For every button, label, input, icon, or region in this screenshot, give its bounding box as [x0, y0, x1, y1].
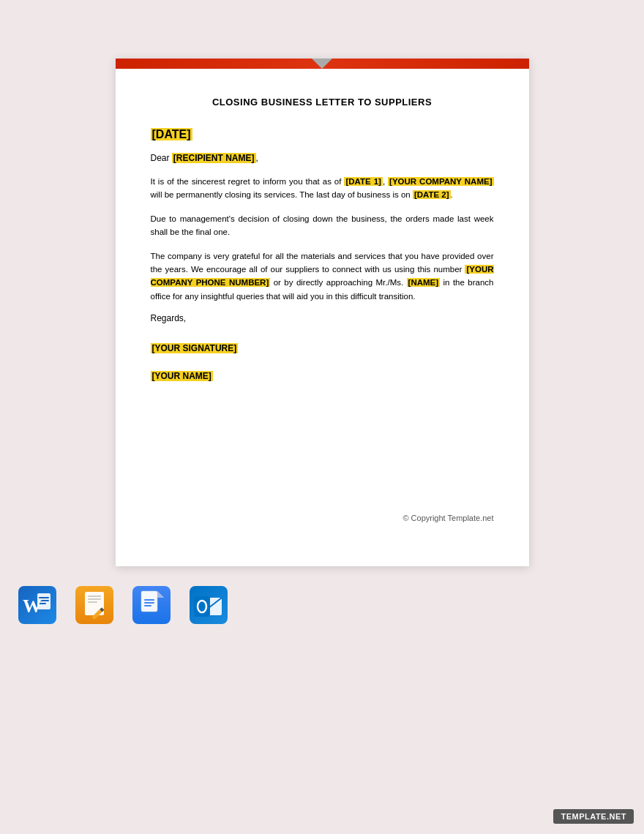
- date-placeholder: [DATE]: [151, 128, 192, 140]
- company-name-placeholder: [YOUR COMPANY NAME]: [388, 177, 493, 186]
- date1-placeholder: [DATE 1]: [344, 177, 382, 186]
- svg-rect-8: [88, 596, 101, 597]
- recipient-placeholder: [RECIPIENT NAME]: [172, 153, 256, 163]
- svg-rect-10: [88, 601, 97, 603]
- svg-rect-9: [88, 598, 101, 600]
- page-wrapper: CLOSING BUSINESS LETTER TO SUPPLIERS [DA…: [0, 0, 644, 657]
- signature-placeholder: [YOUR SIGNATURE]: [151, 343, 239, 353]
- name-placeholder-2: [YOUR NAME]: [151, 371, 213, 381]
- date-line: [DATE]: [151, 128, 494, 141]
- copyright-footer: © Copyright Template.net: [151, 514, 494, 522]
- svg-rect-20: [144, 605, 151, 606]
- paragraph-1: It is of the sincerest regret to inform …: [151, 175, 494, 202]
- date2-placeholder: [DATE 2]: [413, 190, 451, 199]
- word-icon[interactable]: W: [15, 582, 60, 628]
- google-docs-icon[interactable]: [129, 582, 174, 628]
- outlook-icon[interactable]: [186, 582, 231, 628]
- signature-block: [YOUR SIGNATURE]: [151, 341, 494, 354]
- svg-text:W: W: [23, 596, 42, 617]
- regards: Regards,: [151, 313, 494, 323]
- svg-rect-19: [144, 602, 154, 604]
- salutation: Dear [RECIPIENT NAME],: [151, 153, 494, 163]
- template-badge: TEMPLATE.NET: [553, 809, 634, 824]
- pages-icon[interactable]: [72, 582, 117, 628]
- name-block: [YOUR NAME]: [151, 369, 494, 382]
- document-title: CLOSING BUSINESS LETTER TO SUPPLIERS: [151, 97, 494, 108]
- header-bar: [116, 59, 529, 69]
- app-icons-row: W: [15, 582, 231, 628]
- svg-rect-24: [194, 596, 210, 617]
- svg-rect-15: [141, 591, 157, 612]
- para3-text-b: or by directly approaching Mr./Ms.: [274, 278, 403, 287]
- name-placeholder: [NAME]: [407, 278, 441, 287]
- document-body: CLOSING BUSINESS LETTER TO SUPPLIERS [DA…: [116, 69, 529, 566]
- salutation-prefix: Dear: [151, 153, 170, 163]
- para1-text-a: It is of the sincerest regret to inform …: [151, 177, 342, 186]
- para1-text-b: will be permanently closing its services…: [151, 190, 411, 199]
- paragraph-3: The company is very grateful for all the…: [151, 249, 494, 304]
- document-container: CLOSING BUSINESS LETTER TO SUPPLIERS [DA…: [116, 59, 529, 566]
- paragraph-2: Due to management's decision of closing …: [151, 212, 494, 239]
- para3-text-a: The company is very grateful for all the…: [151, 252, 494, 274]
- svg-rect-18: [144, 599, 154, 601]
